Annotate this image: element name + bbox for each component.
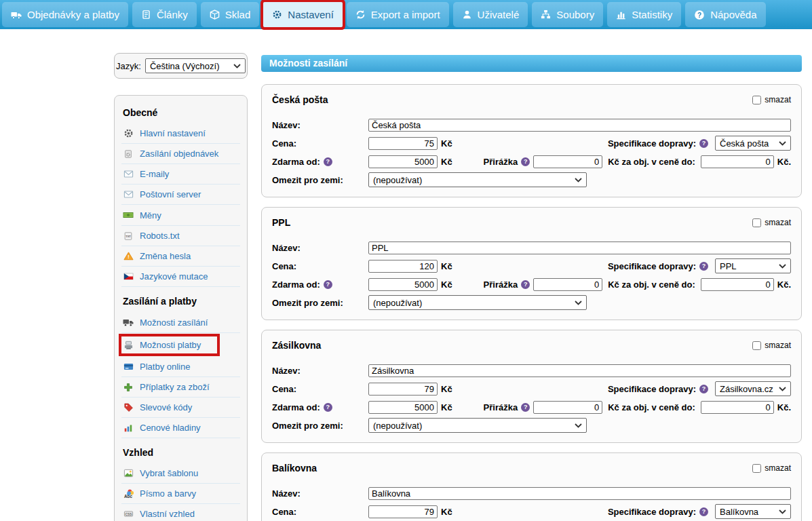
price-input[interactable] bbox=[368, 260, 438, 273]
help-icon[interactable] bbox=[521, 157, 530, 166]
surcharge-label: Přirážka bbox=[484, 279, 518, 290]
sidebar-item-moznosti-zasilani[interactable]: Možnosti zasílání bbox=[121, 312, 240, 333]
delete-checkbox[interactable] bbox=[752, 341, 761, 350]
spec-select[interactable]: PPL bbox=[715, 258, 791, 273]
sidebar-item-vybrat-sablonu[interactable]: Vybrat šablonu bbox=[121, 463, 240, 484]
tab-label: Články bbox=[157, 9, 188, 20]
sidebar-item-slevove-kody[interactable]: Slevové kódy bbox=[121, 398, 240, 418]
mail-icon bbox=[123, 169, 134, 179]
free-from-input[interactable] bbox=[368, 401, 438, 414]
sidebar-item-jazykove-mutace[interactable]: Jazykové mutace bbox=[121, 267, 240, 287]
sidebar-section: Vzhled Vybrat šablonu Abc Písmo a barvy … bbox=[121, 438, 240, 521]
surcharge-input[interactable] bbox=[533, 278, 602, 291]
sidebar-item-label: Hlavní nastavení bbox=[140, 128, 206, 138]
price-input[interactable] bbox=[368, 137, 438, 150]
help-icon[interactable] bbox=[324, 157, 332, 166]
help-icon[interactable] bbox=[699, 385, 708, 393]
delete-checkbox-row[interactable]: smazat bbox=[752, 341, 791, 350]
form-row-free-from: Zdarma od: Kč Přirážka Kč za obj. v ceně… bbox=[272, 154, 791, 169]
nav-tab-help[interactable]: ? Nápověda bbox=[685, 2, 765, 27]
form-row-name: Název: bbox=[272, 486, 791, 501]
sidebar-item-moznosti-platby[interactable]: Možnosti platby bbox=[121, 336, 217, 353]
form-row-country: Omezit pro zemi: (nepoužívat) bbox=[272, 295, 791, 310]
order-price-to-input[interactable] bbox=[701, 155, 774, 168]
chevron-down-icon bbox=[779, 509, 786, 514]
delete-checkbox[interactable] bbox=[752, 218, 761, 227]
price-input[interactable] bbox=[368, 505, 438, 518]
order-price-to-input[interactable] bbox=[701, 278, 774, 291]
spec-select[interactable]: Zásilkovna.cz bbox=[715, 381, 791, 396]
nav-tab-statistics[interactable]: Statistiky bbox=[607, 2, 681, 27]
country-select[interactable]: (nepoužívat) bbox=[368, 418, 587, 433]
name-input[interactable] bbox=[368, 487, 791, 500]
sidebar-item-vlastni-vzhled[interactable]: CSS Vlastní vzhled bbox=[121, 504, 240, 521]
name-input[interactable] bbox=[368, 364, 791, 377]
delete-checkbox-row[interactable]: smazat bbox=[752, 218, 791, 227]
sidebar-item-label: Vybrat šablonu bbox=[140, 468, 198, 478]
sidebar-item-hlavni-nastaveni[interactable]: Hlavní nastavení bbox=[121, 123, 240, 144]
name-input[interactable] bbox=[368, 119, 791, 132]
price-label: Cena: bbox=[272, 384, 368, 394]
tab-label: Objednávky a platby bbox=[27, 9, 119, 20]
help-icon[interactable] bbox=[324, 280, 332, 289]
nav-tab-files[interactable]: Soubory bbox=[532, 2, 603, 27]
sidebar-item-postovni-server[interactable]: Poštovní server bbox=[121, 185, 240, 205]
chevron-down-icon bbox=[575, 301, 582, 305]
order-price-to-label: Kč za obj. v ceně do: bbox=[608, 279, 695, 290]
sidebar-item-meny[interactable]: Měny bbox=[121, 205, 240, 226]
chevron-down-icon bbox=[575, 178, 582, 182]
czech-flag-icon bbox=[123, 271, 134, 282]
country-select[interactable]: (nepoužívat) bbox=[368, 295, 587, 310]
sidebar-item-zasilani-objednavek[interactable]: Zasílání objednávek bbox=[121, 144, 240, 164]
order-price-to-label: Kč za obj. v ceně do: bbox=[608, 157, 695, 167]
sidebar-section-title: Obecné bbox=[121, 98, 240, 123]
sidebar-item-robots-txt[interactable]: TXT Robots.txt bbox=[121, 226, 240, 246]
nav-tab-settings[interactable]: Nastavení bbox=[263, 2, 343, 27]
country-select[interactable]: (nepoužívat) bbox=[368, 172, 587, 187]
spec-select[interactable]: Balíkovna bbox=[715, 504, 791, 519]
sidebar-item-label: Slevové kódy bbox=[140, 402, 192, 412]
help-icon[interactable] bbox=[699, 507, 708, 516]
sidebar-item-pismo-a-barvy[interactable]: Abc Písmo a barvy bbox=[121, 484, 240, 504]
shipping-method-title: Balíkovna bbox=[272, 463, 317, 474]
help-icon[interactable] bbox=[521, 403, 530, 412]
chevron-down-icon bbox=[233, 64, 241, 69]
delete-checkbox-row[interactable]: smazat bbox=[752, 463, 791, 473]
name-input[interactable] bbox=[368, 242, 791, 254]
nav-tab-users[interactable]: Uživatelé bbox=[453, 2, 528, 27]
articles-icon bbox=[141, 9, 151, 20]
nav-tab-stock[interactable]: Sklad bbox=[201, 2, 260, 27]
order-price-to-input[interactable] bbox=[701, 401, 774, 414]
sidebar-item-cenove-hladiny[interactable]: Cenové hladiny bbox=[121, 418, 240, 438]
help-icon[interactable] bbox=[521, 280, 530, 289]
country-select-value: (nepoužívat) bbox=[373, 175, 422, 185]
shipping-method-panel-zasilkovna: Zásilkovna smazat Název: Cena: Kč Specif… bbox=[261, 330, 802, 443]
free-from-input[interactable] bbox=[368, 155, 438, 168]
delete-checkbox-row[interactable]: smazat bbox=[752, 95, 791, 104]
nav-tab-orders-payments[interactable]: Objednávky a platby bbox=[2, 2, 128, 27]
sidebar-item-e-maily[interactable]: E-maily bbox=[121, 164, 240, 185]
help-icon[interactable] bbox=[324, 403, 332, 412]
help-icon[interactable] bbox=[699, 139, 708, 148]
free-from-input[interactable] bbox=[368, 278, 438, 291]
free-from-text: Zdarma od: bbox=[272, 402, 320, 412]
surcharge-input[interactable] bbox=[533, 155, 602, 168]
surcharge-input[interactable] bbox=[533, 401, 602, 414]
form-row-price: Cena: Kč Specifikace dopravy: Česká pošt… bbox=[272, 136, 791, 151]
country-label: Omezit pro zemi: bbox=[272, 175, 368, 185]
language-select[interactable]: Čeština (Výchozí) bbox=[145, 58, 246, 73]
sidebar-item-zmena-hesla[interactable]: ! Změna hesla bbox=[121, 246, 240, 267]
delete-label: smazat bbox=[765, 463, 791, 473]
sidebar-section: Obecné Hlavní nastavení Zasílání objedná… bbox=[121, 98, 240, 287]
delete-checkbox[interactable] bbox=[752, 96, 761, 104]
delete-checkbox[interactable] bbox=[752, 464, 761, 473]
currency-unit: Kč bbox=[441, 384, 452, 394]
price-input[interactable] bbox=[368, 383, 438, 395]
help-icon[interactable] bbox=[699, 262, 708, 271]
sidebar-item-priplatky-za-zbozi[interactable]: Příplatky za zboží bbox=[121, 377, 240, 398]
nav-tab-articles[interactable]: Články bbox=[132, 2, 197, 27]
spec-select[interactable]: Česká pošta bbox=[715, 136, 791, 151]
font-color-icon: Abc bbox=[123, 488, 134, 499]
nav-tab-export-import[interactable]: Export a import bbox=[347, 2, 449, 27]
sidebar-item-platby-online[interactable]: Platby online bbox=[121, 357, 240, 377]
